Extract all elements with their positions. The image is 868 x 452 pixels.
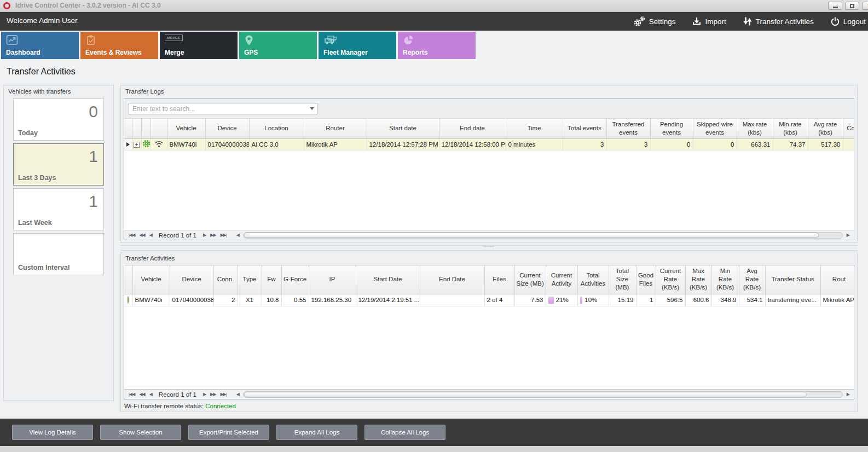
col-header[interactable]: Total events xyxy=(563,119,606,138)
col-header[interactable]: Total Size (MB) xyxy=(609,265,636,294)
card-label: Last Week xyxy=(18,219,52,227)
col-header[interactable]: Vehicle xyxy=(167,119,205,138)
col-header[interactable]: Avg Rate (KB/s) xyxy=(739,265,765,294)
tab-gps[interactable]: GPS xyxy=(239,32,317,59)
tab-dashboard[interactable]: Dashboard xyxy=(1,32,79,59)
col-header[interactable]: IP xyxy=(309,265,356,294)
cell-vehicle: BMW740i xyxy=(132,294,170,306)
pager-next-page-button[interactable]: ▶▶ xyxy=(210,392,216,397)
col-header[interactable]: Conn. xyxy=(843,119,854,138)
grid-empty-area xyxy=(124,306,854,390)
col-header[interactable]: Pending events xyxy=(650,119,693,138)
table-row[interactable]: BMW740i 017040000038 2 X1 10.8 0.55 192.… xyxy=(124,294,854,306)
collapse-all-logs-button[interactable]: Collapse All Logs xyxy=(364,425,445,440)
col-header[interactable]: Rout xyxy=(820,265,854,294)
tile-label: Reports xyxy=(403,49,427,56)
pager-next-button[interactable]: ▶ xyxy=(203,392,206,397)
pager-next-page-button[interactable]: ▶▶ xyxy=(210,233,216,237)
close-button[interactable]: ✕ xyxy=(862,2,868,10)
pager-prev-page-button[interactable]: ◀◀ xyxy=(139,392,144,397)
card-today[interactable]: 0 Today xyxy=(13,98,104,141)
col-header[interactable]: End Date xyxy=(420,265,484,294)
cell-current-rate: 596.5 xyxy=(656,294,685,306)
hscroll-right-arrow[interactable]: ▶ xyxy=(847,233,849,237)
export-print-selected-button[interactable]: Export/Print Selected xyxy=(188,425,269,440)
col-header[interactable]: Total Activities xyxy=(577,265,609,294)
col-header[interactable]: Good Files xyxy=(636,265,656,294)
view-log-details-button[interactable]: View Log Details xyxy=(12,425,93,440)
tab-events-reviews[interactable]: Events & Reviews xyxy=(80,32,158,59)
pager-next-button[interactable]: ▶ xyxy=(203,233,206,237)
col-header[interactable]: Max rate (kbs) xyxy=(737,119,773,138)
col-header[interactable]: Time xyxy=(506,119,563,138)
tab-merge[interactable]: MERGE Merge xyxy=(160,32,238,59)
hscroll-right-arrow[interactable]: ▶ xyxy=(847,392,849,397)
pager-first-button[interactable]: |◀◀ xyxy=(129,392,135,397)
col-header[interactable]: Location xyxy=(249,119,304,138)
expand-plus-icon[interactable]: + xyxy=(134,142,140,148)
expand-cell[interactable]: + xyxy=(132,138,141,150)
horizontal-scrollbar[interactable] xyxy=(243,232,843,239)
col-header[interactable]: Conn. xyxy=(213,265,238,294)
tab-reports[interactable]: Reports xyxy=(398,32,476,59)
cell-current-size: 7.53 xyxy=(514,294,546,306)
card-last-week[interactable]: 1 Last Week xyxy=(13,188,104,230)
pager-first-button[interactable]: |◀◀ xyxy=(129,233,135,237)
scrollbar-thumb[interactable] xyxy=(244,392,807,397)
col-header[interactable]: Transferred events xyxy=(606,119,650,138)
card-last-3-days[interactable]: 1 Last 3 Days xyxy=(13,143,104,186)
col-header[interactable]: Current Rate (KB/s) xyxy=(656,265,685,294)
table-row[interactable]: + BMW740i xyxy=(124,138,854,150)
minimize-icon xyxy=(833,7,838,8)
horizontal-scrollbar[interactable] xyxy=(243,391,843,398)
pager-prev-button[interactable]: ◀ xyxy=(149,233,152,237)
col-header[interactable]: Avg rate (kbs) xyxy=(808,119,843,138)
cell-max-rate: 663.31 xyxy=(737,138,773,150)
card-custom-interval[interactable]: Custom Interval xyxy=(13,233,104,275)
pager-prev-button[interactable]: ◀ xyxy=(149,392,152,397)
col-header[interactable]: Files xyxy=(484,265,514,294)
cell-total-size: 15.19 xyxy=(609,294,636,306)
maximize-button[interactable] xyxy=(845,2,859,10)
panel-splitter[interactable]: '''''''' xyxy=(120,245,858,251)
pager-last-button[interactable]: ▶▶| xyxy=(220,392,226,397)
window-bottom-edge xyxy=(0,446,868,452)
col-indicator xyxy=(124,119,132,138)
col-header[interactable]: Current Size (MB) xyxy=(514,265,546,294)
transfer-activities-button[interactable]: Transfer Activities xyxy=(743,16,814,26)
col-header[interactable]: Min rate (kbs) xyxy=(773,119,808,138)
expand-all-logs-button[interactable]: Expand All Logs xyxy=(276,425,357,440)
tab-fleet-manager[interactable]: Fleet Manager xyxy=(319,32,396,59)
settings-button[interactable]: Settings xyxy=(633,16,676,27)
col-header[interactable]: G-Force xyxy=(281,265,309,294)
vehicles-panel-title: Vehicles with transfers xyxy=(8,88,71,95)
minimize-button[interactable] xyxy=(828,2,842,10)
col-header[interactable]: Min Rate (KB/s) xyxy=(711,265,739,294)
logout-button[interactable]: Logout xyxy=(830,16,866,26)
col-header[interactable]: Skipped wire events xyxy=(693,119,737,138)
col-header[interactable]: Vehicle xyxy=(132,265,170,294)
col-header[interactable]: Device xyxy=(170,265,213,294)
col-header[interactable]: Router xyxy=(304,119,367,138)
cell-g-force: 0.55 xyxy=(281,294,309,306)
hscroll-left-arrow[interactable]: ◀ xyxy=(236,233,239,237)
show-selection-button[interactable]: Show Selection xyxy=(100,425,181,440)
col-header[interactable]: Max Rate (KB/s) xyxy=(685,265,711,294)
import-button[interactable]: Import xyxy=(692,16,726,26)
pager-prev-page-button[interactable]: ◀◀ xyxy=(139,233,144,237)
col-header[interactable]: Type xyxy=(238,265,262,294)
col-header[interactable]: Start Date xyxy=(356,265,420,294)
search-input[interactable] xyxy=(129,103,317,114)
search-dropdown-button[interactable] xyxy=(307,103,317,114)
scrollbar-thumb[interactable] xyxy=(244,233,819,238)
col-header[interactable]: Current Activity xyxy=(546,265,577,294)
pager-last-button[interactable]: ▶▶| xyxy=(220,233,226,237)
wifi-icon xyxy=(154,140,164,148)
col-header[interactable]: Transfer Status xyxy=(765,265,820,294)
col-header[interactable]: Device xyxy=(205,119,249,138)
col-header[interactable]: End date xyxy=(439,119,506,138)
col-gear xyxy=(141,119,151,138)
col-header[interactable]: Fw xyxy=(262,265,281,294)
col-header[interactable]: Start date xyxy=(367,119,439,138)
hscroll-left-arrow[interactable]: ◀ xyxy=(236,392,239,397)
